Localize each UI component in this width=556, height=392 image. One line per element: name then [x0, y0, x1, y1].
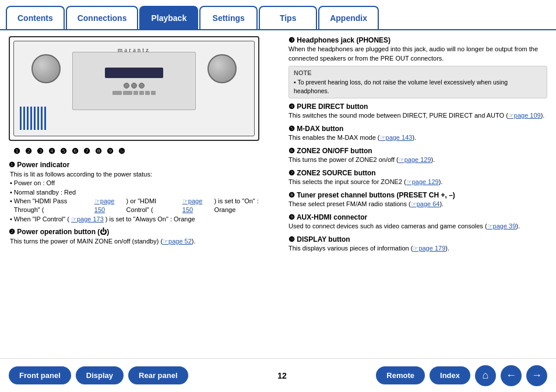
note-text: • To prevent hearing loss, do not raise …: [294, 78, 542, 95]
link-ref[interactable]: ☞page 109: [508, 112, 541, 119]
link-ref[interactable]: ☞page 179: [413, 245, 445, 252]
home-button[interactable]: ⌂: [475, 365, 496, 386]
item7-num: ❼: [288, 169, 297, 177]
num10: ❿: [118, 147, 125, 156]
item6-body: This turns the power of ZONE2 on/off (☞p…: [288, 156, 547, 165]
device-image: marantz: [9, 36, 259, 141]
tab-contents[interactable]: Contents: [6, 6, 65, 29]
left-items-list: ❶ Power indicator This is lit as follows…: [9, 160, 277, 246]
num5: ❺: [60, 147, 67, 156]
item1-title: Power indicator: [17, 161, 69, 169]
tab-tips[interactable]: Tips: [259, 6, 317, 29]
back-button[interactable]: ←: [501, 365, 522, 386]
item1-bullets: Power on : Off Normal standby : Red When…: [10, 179, 277, 224]
forward-button[interactable]: →: [526, 365, 547, 386]
right-knob: [207, 54, 237, 83]
link-ref[interactable]: ☞page 173: [71, 215, 104, 224]
item10-body: This displays various pieces of informat…: [288, 244, 547, 253]
tab-playback[interactable]: Playback: [139, 6, 198, 29]
item1-num: ❶: [9, 161, 17, 169]
tab-connections[interactable]: Connections: [66, 6, 139, 29]
num3: ❸: [37, 147, 44, 156]
num2: ❷: [25, 147, 32, 156]
link-ref[interactable]: ☞page 52: [163, 238, 192, 245]
display-strip: [105, 68, 163, 78]
num7: ❼: [83, 147, 90, 156]
list-item: ❸ Headphones jack (PHONES) When the head…: [288, 36, 547, 98]
note-box: NOTE • To prevent hearing loss, do not r…: [288, 66, 547, 98]
bullet-item: Power on : Off: [10, 179, 277, 188]
item4-num: ❹: [288, 103, 297, 111]
list-item: ❾ AUX-HDMI connector Used to connect dev…: [288, 213, 547, 231]
item9-title: AUX-HDMI connector: [297, 213, 367, 221]
item4-title: PURE DIRECT button: [297, 103, 368, 111]
center-panel: [72, 52, 196, 110]
item8-body: These select preset FM/AM radio stations…: [288, 200, 547, 209]
main-content: marantz: [0, 30, 556, 358]
link-ref[interactable]: ☞page 129: [399, 156, 431, 163]
bottom-bar: Front panel Display Rear panel 12 Remote…: [0, 358, 556, 392]
item3-body: When the headphones are plugged into thi…: [288, 45, 547, 63]
list-item: ❷ Power operation button (⏻) This turns …: [9, 227, 277, 246]
link-ref[interactable]: ☞page 39: [487, 223, 516, 229]
link-ref[interactable]: ☞page 143: [380, 134, 413, 141]
num6: ❻: [72, 147, 79, 156]
home-icon: ⌂: [483, 369, 489, 382]
item6-num: ❻: [288, 147, 297, 155]
link-ref[interactable]: ☞page 64: [411, 200, 440, 207]
left-knob: [31, 54, 61, 83]
item3-title: Headphones jack (PHONES): [297, 36, 390, 44]
link-ref[interactable]: ☞page 150: [94, 197, 125, 215]
list-item: ❿ DISPLAY button This displays various p…: [288, 235, 547, 253]
item8-title: Tuner preset channel buttons (PRESET CH …: [297, 191, 455, 199]
item5-title: M-DAX button: [297, 125, 343, 133]
bullet-item: When "HDMI Pass Through" (☞page 150) or …: [10, 197, 277, 215]
link-ref[interactable]: ☞page 150: [182, 197, 213, 215]
num1: ❶: [13, 147, 20, 156]
nav-tabs: Contents Connections Playback Settings T…: [0, 0, 556, 30]
item8-num: ❽: [288, 191, 297, 199]
remote-button[interactable]: Remote: [376, 366, 425, 384]
item9-body: Used to connect devices such as video ca…: [288, 222, 547, 231]
list-item: ❼ ZONE2 SOURCE button This selects the i…: [288, 169, 547, 187]
item9-num: ❾: [288, 213, 297, 221]
bullet-item: When "IP Control" (☞page 173) is set to …: [10, 215, 277, 224]
item1-body: This is lit as follows according to the …: [10, 170, 277, 179]
item7-title: ZONE2 SOURCE button: [297, 169, 375, 177]
item5-body: This enables the M-DAX mode (☞page 143).: [288, 133, 547, 143]
index-button[interactable]: Index: [430, 366, 470, 384]
item10-title: DISPLAY button: [297, 235, 350, 243]
page-number: 12: [193, 371, 372, 380]
item5-num: ❺: [288, 125, 297, 133]
front-panel-button[interactable]: Front panel: [9, 366, 71, 384]
forward-arrow-icon: →: [532, 369, 542, 382]
list-item: ❽ Tuner preset channel buttons (PRESET C…: [288, 191, 547, 209]
note-label: NOTE: [294, 69, 542, 76]
tab-settings[interactable]: Settings: [199, 6, 258, 29]
rear-panel-button[interactable]: Rear panel: [128, 366, 188, 384]
item6-title: ZONE2 ON/OFF button: [297, 147, 372, 155]
back-arrow-icon: ←: [506, 369, 516, 382]
link-ref[interactable]: ☞page 129: [406, 178, 439, 185]
left-column: marantz: [9, 36, 277, 352]
num9: ❾: [107, 147, 114, 156]
bullet-item: Normal standby : Red: [10, 188, 277, 197]
item7-body: This selects the input source for ZONE2 …: [288, 178, 547, 187]
item2-title: Power operation button (⏻): [17, 228, 109, 236]
item4-body: This switches the sound mode between DIR…: [288, 111, 547, 121]
list-item: ❹ PURE DIRECT button This switches the s…: [288, 103, 547, 121]
indicator-lines: [20, 107, 46, 130]
num4: ❹: [48, 147, 55, 156]
right-column: ❸ Headphones jack (PHONES) When the head…: [288, 36, 547, 352]
display-button[interactable]: Display: [76, 366, 124, 384]
item2-num: ❷: [9, 228, 17, 236]
list-item: ❻ ZONE2 ON/OFF button This turns the pow…: [288, 147, 547, 165]
item3-num: ❸: [288, 36, 297, 44]
item10-num: ❿: [288, 235, 297, 243]
tab-appendix[interactable]: Appendix: [318, 6, 379, 29]
number-labels-row: ❶ ❷ ❸ ❹ ❺ ❻ ❼ ❽ ❾ ❿: [9, 147, 277, 156]
list-item: ❺ M-DAX button This enables the M-DAX mo…: [288, 125, 547, 143]
list-item: ❶ Power indicator This is lit as follows…: [9, 160, 277, 224]
item2-body: This turns the power of MAIN ZONE on/off…: [10, 237, 277, 246]
num8: ❽: [95, 147, 102, 156]
